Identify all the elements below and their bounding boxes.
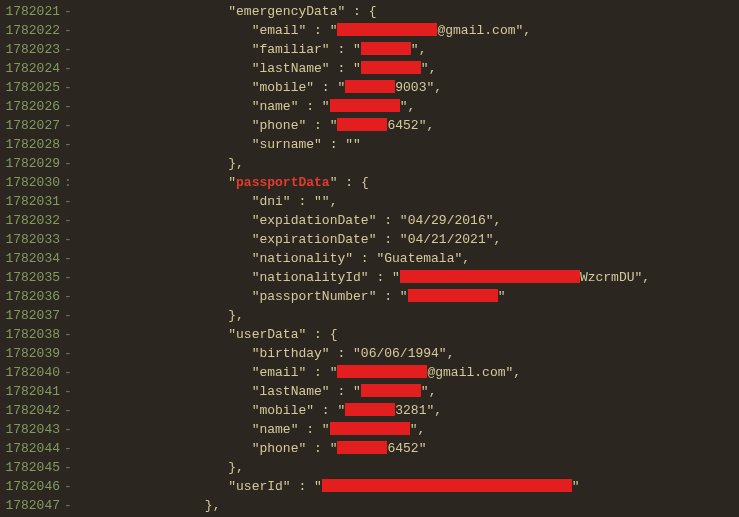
- code-content: "passportData" : {: [78, 173, 650, 192]
- code-content: "lastName" : "",: [78, 382, 650, 401]
- fold-marker[interactable]: -: [64, 287, 78, 306]
- code-content: "expidationDate" : "04/29/2016",: [78, 211, 650, 230]
- line-number: 1782022: [0, 21, 64, 40]
- line-number: 1782034: [0, 249, 64, 268]
- fold-marker[interactable]: :: [64, 173, 78, 192]
- redaction-block: [337, 365, 427, 378]
- code-line: 1782023 - "familiar" : "",: [0, 40, 650, 59]
- code-line: 1782034 - "nationality" : "Guatemala",: [0, 249, 650, 268]
- code-line: 1782025 - "mobile" : "9003",: [0, 78, 650, 97]
- code-content: "phone" : "6452",: [78, 116, 650, 135]
- code-line: 1782027 - "phone" : "6452",: [0, 116, 650, 135]
- redaction-block: [408, 289, 498, 302]
- code-content: "userData" : {: [78, 325, 650, 344]
- code-content: },: [78, 306, 650, 325]
- code-content: "lastName" : "",: [78, 59, 650, 78]
- line-number: 1782046: [0, 477, 64, 496]
- code-content: },: [78, 496, 650, 515]
- line-number: 1782036: [0, 287, 64, 306]
- fold-marker[interactable]: -: [64, 268, 78, 287]
- fold-marker[interactable]: -: [64, 78, 78, 97]
- fold-marker[interactable]: -: [64, 439, 78, 458]
- redaction-block: [361, 384, 421, 397]
- fold-marker[interactable]: -: [64, 97, 78, 116]
- code-line: 1782024 - "lastName" : "",: [0, 59, 650, 78]
- code-content: },: [78, 154, 650, 173]
- code-content: "mobile" : "3281",: [78, 401, 650, 420]
- fold-marker[interactable]: -: [64, 40, 78, 59]
- fold-marker[interactable]: -: [64, 192, 78, 211]
- code-content: "passportNumber" : "": [78, 287, 650, 306]
- line-number: 1782021: [0, 2, 64, 21]
- fold-marker[interactable]: -: [64, 306, 78, 325]
- code-content: "email" : "@gmail.com",: [78, 363, 650, 382]
- fold-marker[interactable]: -: [64, 230, 78, 249]
- redaction-block: [337, 23, 437, 36]
- code-content: "emergencyData" : {: [78, 2, 650, 21]
- code-line: 1782044 - "phone" : "6452": [0, 439, 650, 458]
- redaction-block: [361, 61, 421, 74]
- redaction-block: [322, 479, 572, 492]
- code-content: "name" : "",: [78, 420, 650, 439]
- fold-marker[interactable]: -: [64, 2, 78, 21]
- fold-marker[interactable]: -: [64, 363, 78, 382]
- code-line: 1782029 - },: [0, 154, 650, 173]
- code-line: 1782026 - "name" : "",: [0, 97, 650, 116]
- code-content: "userId" : "": [78, 477, 650, 496]
- code-line: 1782043 - "name" : "",: [0, 420, 650, 439]
- redaction-block: [337, 441, 387, 454]
- line-number: 1782043: [0, 420, 64, 439]
- line-number: 1782037: [0, 306, 64, 325]
- fold-marker[interactable]: -: [64, 135, 78, 154]
- line-number: 1782032: [0, 211, 64, 230]
- code-line: 1782045 - },: [0, 458, 650, 477]
- code-content: "mobile" : "9003",: [78, 78, 650, 97]
- code-line: 1782037 - },: [0, 306, 650, 325]
- line-number: 1782028: [0, 135, 64, 154]
- line-number: 1782044: [0, 439, 64, 458]
- line-number: 1782035: [0, 268, 64, 287]
- fold-marker[interactable]: -: [64, 249, 78, 268]
- code-line: 1782046 - "userId" : "": [0, 477, 650, 496]
- fold-marker[interactable]: -: [64, 344, 78, 363]
- line-number: 1782033: [0, 230, 64, 249]
- fold-marker[interactable]: -: [64, 59, 78, 78]
- code-line: 1782035 - "nationalityId" : "WzcrmDU",: [0, 268, 650, 287]
- code-line: 1782022 - "email" : "@gmail.com",: [0, 21, 650, 40]
- line-number: 1782039: [0, 344, 64, 363]
- line-number: 1782041: [0, 382, 64, 401]
- code-viewer: 1782021 - "emergencyData" : { 1782022 - …: [0, 0, 650, 515]
- fold-marker[interactable]: -: [64, 325, 78, 344]
- code-line: 1782047 - },: [0, 496, 650, 515]
- search-match: passportData: [236, 175, 330, 190]
- fold-marker[interactable]: -: [64, 382, 78, 401]
- fold-marker[interactable]: -: [64, 154, 78, 173]
- code-line: 1782032 - "expidationDate" : "04/29/2016…: [0, 211, 650, 230]
- line-number: 1782023: [0, 40, 64, 59]
- line-number: 1782042: [0, 401, 64, 420]
- fold-marker[interactable]: -: [64, 211, 78, 230]
- code-line: 1782041 - "lastName" : "",: [0, 382, 650, 401]
- fold-marker[interactable]: -: [64, 401, 78, 420]
- fold-marker[interactable]: -: [64, 477, 78, 496]
- code-content: "name" : "",: [78, 97, 650, 116]
- code-line: 1782036 - "passportNumber" : "": [0, 287, 650, 306]
- code-content: "surname" : "": [78, 135, 650, 154]
- redaction-block: [330, 99, 400, 112]
- fold-marker[interactable]: -: [64, 420, 78, 439]
- code-content: "familiar" : "",: [78, 40, 650, 59]
- line-number: 1782038: [0, 325, 64, 344]
- fold-marker[interactable]: -: [64, 116, 78, 135]
- code-line: 1782021 - "emergencyData" : {: [0, 2, 650, 21]
- redaction-block: [345, 403, 395, 416]
- line-number: 1782045: [0, 458, 64, 477]
- fold-marker[interactable]: -: [64, 496, 78, 515]
- fold-marker[interactable]: -: [64, 21, 78, 40]
- code-line: 1782031 - "dni" : "",: [0, 192, 650, 211]
- line-number: 1782030: [0, 173, 64, 192]
- code-content: },: [78, 458, 650, 477]
- fold-marker[interactable]: -: [64, 458, 78, 477]
- code-line: 1782038 - "userData" : {: [0, 325, 650, 344]
- code-content: "nationalityId" : "WzcrmDU",: [78, 268, 650, 287]
- code-line-highlighted: 1782030 : "passportData" : {: [0, 173, 650, 192]
